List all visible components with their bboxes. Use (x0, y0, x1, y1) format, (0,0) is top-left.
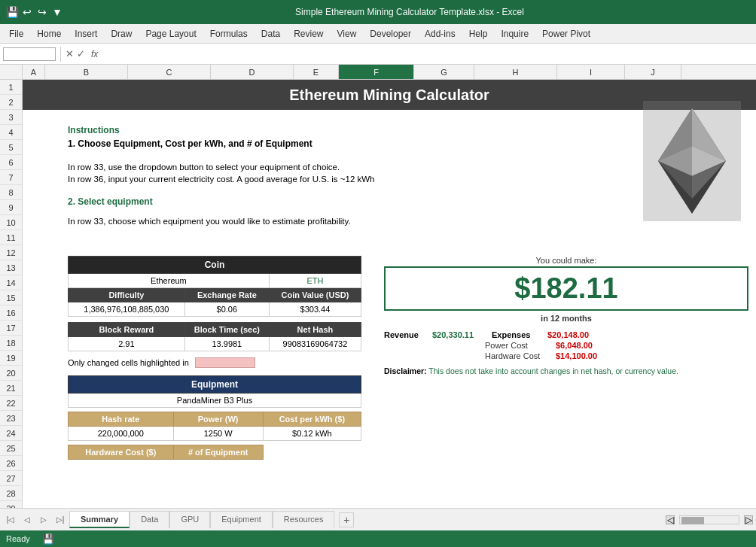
sheet-tab-data[interactable]: Data (130, 511, 169, 528)
add-sheet-button[interactable]: + (339, 512, 354, 527)
sheet-tab-summary[interactable]: Summary (69, 511, 130, 528)
ribbon-item-developer[interactable]: Developer (364, 27, 417, 41)
row-num-10[interactable]: 10 (0, 215, 22, 230)
row-numbers: 1234567891011121314151617181920212223242… (0, 80, 23, 508)
row-num-4[interactable]: 4 (0, 125, 22, 140)
formula-icons[interactable]: ✕ ✓ (66, 48, 85, 59)
row-num-15[interactable]: 15 (0, 290, 22, 305)
ribbon-item-page-layout[interactable]: Page Layout (139, 27, 202, 41)
status-ready: Ready (6, 534, 30, 543)
tab-nav-left-left[interactable]: |◁ (3, 512, 18, 527)
row-num-13[interactable]: 13 (0, 260, 22, 275)
you-could-make-label: You could make: (384, 256, 748, 265)
cells-area[interactable]: Ethereum Mining Calculator Instructions … (23, 80, 756, 508)
ribbon-item-draw[interactable]: Draw (105, 27, 138, 41)
ribbon-item-formulas[interactable]: Formulas (204, 27, 254, 41)
cell-reference[interactable]: F17 (3, 47, 56, 61)
equip-values-row: 220,000,000 1250 W $0.12 kWh (69, 427, 361, 441)
row-num-11[interactable]: 11 (0, 230, 22, 245)
col-header-B[interactable]: B (45, 65, 128, 79)
col-header-G[interactable]: G (414, 65, 474, 79)
equipment-table: Equipment PandaMiner B3 Plus Hash rate P… (68, 375, 361, 460)
row-num-20[interactable]: 20 (0, 366, 22, 381)
row-num-12[interactable]: 12 (0, 245, 22, 260)
sheet-tab-resources[interactable]: Resources (273, 511, 335, 528)
row-num-18[interactable]: 18 (0, 336, 22, 351)
ribbon-item-add-ins[interactable]: Add-ins (419, 27, 462, 41)
col-header-I[interactable]: I (557, 65, 625, 79)
ribbon-item-view[interactable]: View (331, 27, 363, 41)
coin-name-row: Ethereum ETH (69, 274, 361, 288)
scroll-right-btn[interactable]: ▷ (744, 515, 753, 524)
col-header-E[interactable]: E (294, 65, 339, 79)
ribbon-item-review[interactable]: Review (288, 27, 329, 41)
row-num-25[interactable]: 25 (0, 441, 22, 456)
row-num-9[interactable]: 9 (0, 200, 22, 215)
coin-value-header: Coin Value (USD) (269, 288, 361, 302)
scroll-thumb[interactable] (681, 517, 704, 524)
row-num-24[interactable]: 24 (0, 426, 22, 441)
disclaimer-row: Disclaimer: This does not take into acco… (384, 366, 748, 375)
ribbon-items[interactable]: FileHomeInsertDrawPage LayoutFormulasDat… (3, 27, 596, 41)
block-time-val: 13.9981 (184, 337, 269, 351)
col-header-H[interactable]: H (474, 65, 557, 79)
row-num-7[interactable]: 7 (0, 170, 22, 185)
ribbon-menu: FileHomeInsertDrawPage LayoutFormulasDat… (0, 24, 756, 44)
row-num-2[interactable]: 2 (0, 95, 22, 110)
ribbon-item-insert[interactable]: Insert (69, 27, 103, 41)
ribbon-item-home[interactable]: Home (31, 27, 67, 41)
equipment-name: PandaMiner B3 Plus (69, 394, 361, 408)
hardware-cost-row: Hardware Cost $14,100.00 (384, 351, 748, 360)
col-header-C[interactable]: C (128, 65, 211, 79)
title-bar-icons[interactable]: 💾 ↩ ↪ ▼ (6, 6, 63, 18)
status-save-icon: 💾 (42, 533, 54, 545)
sheet-tab-gpu[interactable]: GPU (169, 511, 210, 528)
exchange-rate-header: Exchange Rate (184, 288, 269, 302)
row-num-1[interactable]: 1 (0, 80, 22, 95)
undo-icon[interactable]: ↩ (21, 6, 33, 18)
sheet-tabs[interactable]: SummaryDataGPUEquipmentResources (69, 511, 334, 528)
row-num-23[interactable]: 23 (0, 411, 22, 426)
row-num-6[interactable]: 6 (0, 155, 22, 170)
row-num-27[interactable]: 27 (0, 471, 22, 486)
highlight-indicator (195, 357, 255, 368)
row-num-19[interactable]: 19 (0, 351, 22, 366)
row-num-5[interactable]: 5 (0, 140, 22, 155)
row-num-29[interactable]: 29 (0, 501, 22, 508)
col-header-A[interactable]: A (23, 65, 45, 79)
row-13 (68, 227, 748, 238)
ribbon-item-file[interactable]: File (3, 27, 29, 41)
row-num-17[interactable]: 17 (0, 321, 22, 336)
column-headers: ABCDEFGHIJ (0, 65, 756, 80)
row-num-16[interactable]: 16 (0, 305, 22, 321)
col-header-F[interactable]: F (339, 65, 414, 79)
row-num-3[interactable]: 3 (0, 110, 22, 125)
cancel-formula-icon[interactable]: ✕ (66, 48, 74, 59)
row-num-21[interactable]: 21 (0, 381, 22, 396)
row-num-8[interactable]: 8 (0, 185, 22, 200)
expenses-label: Expenses (492, 330, 544, 339)
col-header-J[interactable]: J (625, 65, 681, 79)
row-num-22[interactable]: 22 (0, 396, 22, 411)
tab-nav-right[interactable]: ▷ (36, 512, 51, 527)
step1a: In row 33, use the dropdown button to se… (68, 163, 340, 172)
row-num-28[interactable]: 28 (0, 486, 22, 501)
col-header-D[interactable]: D (211, 65, 294, 79)
redo-icon[interactable]: ↪ (36, 6, 48, 18)
sheet-tab-equipment[interactable]: Equipment (210, 511, 273, 528)
row-num-14[interactable]: 14 (0, 275, 22, 290)
ribbon-item-power-pivot[interactable]: Power Pivot (536, 27, 596, 41)
tab-nav-left[interactable]: ◁ (20, 512, 35, 527)
coin-header: Coin (69, 257, 361, 274)
save-icon[interactable]: 💾 (6, 6, 18, 18)
window-title: Simple Ethereum Mining Calculator Templa… (69, 7, 750, 17)
ribbon-item-data[interactable]: Data (255, 27, 286, 41)
tab-nav-right-right[interactable]: ▷| (53, 512, 68, 527)
ribbon-item-inquire[interactable]: Inquire (495, 27, 535, 41)
scroll-left-btn[interactable]: ◁ (666, 515, 675, 524)
row-num-26[interactable]: 26 (0, 456, 22, 471)
ribbon-item-help[interactable]: Help (463, 27, 494, 41)
more-icon[interactable]: ▼ (51, 6, 63, 18)
confirm-formula-icon[interactable]: ✓ (77, 48, 85, 59)
formula-input[interactable]: =G22-I22 (104, 47, 753, 61)
